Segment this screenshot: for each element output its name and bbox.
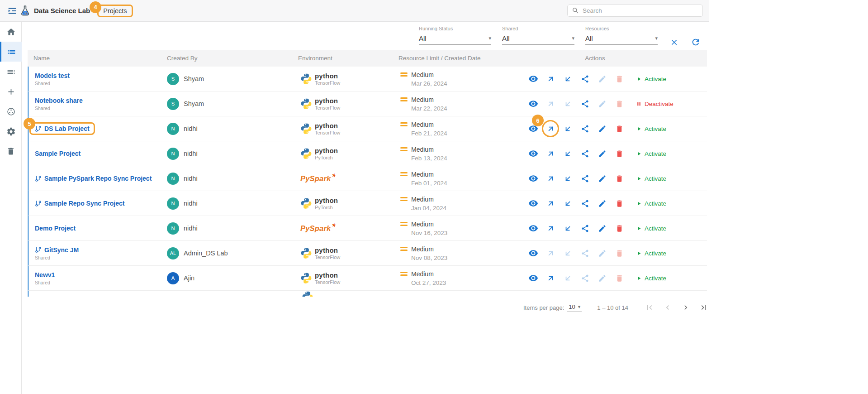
share-icon-button[interactable] [580,74,590,84]
open-icon-button[interactable]: 6 [545,173,555,183]
shared-select[interactable]: All ▾ [502,34,574,45]
next-page-icon[interactable] [680,302,692,313]
edit-icon-button[interactable] [597,99,607,109]
share-icon-button[interactable] [580,198,590,208]
name-line: Sample Repo Sync Project 5 [35,200,124,207]
import-icon-button[interactable] [563,173,573,183]
git-branch-icon [35,175,42,182]
status-button[interactable]: Deactivate [636,101,674,107]
view-icon-button[interactable] [528,198,538,208]
column-header-created-by: Created By [161,55,292,62]
project-name-link[interactable]: Notebook share [35,97,83,104]
open-icon-button[interactable]: 6 [545,74,555,84]
view-icon-button[interactable] [528,74,538,84]
sidebar-item-home[interactable] [0,22,22,42]
share-icon-button[interactable] [580,124,590,134]
sidebar-item-add[interactable] [0,82,22,101]
view-icon-button[interactable] [528,99,538,109]
edit-icon-button[interactable] [597,223,607,233]
open-icon-button[interactable]: 6 [545,248,555,258]
edit-icon-button[interactable] [597,124,607,134]
status-button[interactable]: Activate [636,250,666,257]
project-name-link[interactable]: Sample PySpark Repo Sync Project [44,175,152,182]
project-name-link[interactable]: Sample Repo Sync Project [44,200,124,207]
view-icon-button[interactable] [528,149,538,159]
share-icon-button[interactable] [580,173,590,183]
project-name-link[interactable]: Models test [35,72,70,79]
project-name-link[interactable]: DS Lab Project [44,125,90,132]
import-icon-button[interactable] [563,273,573,283]
share-icon-button[interactable] [580,149,590,159]
share-icon-button[interactable] [580,99,590,109]
last-page-icon[interactable] [698,302,710,313]
open-icon-button[interactable]: 6 [545,99,555,109]
sidebar-toggle-icon[interactable] [6,5,19,17]
resources-select[interactable]: All ▾ [585,34,658,45]
import-icon-button[interactable] [563,198,573,208]
avatar: N [167,148,179,160]
delete-icon-button[interactable] [614,248,624,258]
open-icon-button[interactable]: 6 [545,223,555,233]
status-button[interactable]: Activate [636,200,666,207]
refresh-icon[interactable] [690,37,701,48]
app-title: Data Science Lab [34,7,90,14]
prev-page-icon[interactable] [662,302,674,313]
edit-icon-button[interactable] [597,173,607,183]
delete-icon-button[interactable] [614,198,624,208]
share-icon-button[interactable] [580,248,590,258]
view-icon-button[interactable] [528,223,538,233]
edit-icon-button[interactable] [597,248,607,258]
items-per-page-select[interactable]: 10 ▾ [567,303,582,312]
share-icon-button[interactable] [580,273,590,283]
status-button[interactable]: Activate [636,175,666,182]
edit-icon-button[interactable] [597,273,607,283]
project-name-link[interactable]: Newv1 [35,271,55,279]
delete-icon-button[interactable] [614,223,624,233]
status-label: Deactivate [645,101,674,107]
import-icon-button[interactable] [563,223,573,233]
import-icon-button[interactable] [563,124,573,134]
clear-filters-icon[interactable] [669,37,679,48]
delete-icon-button[interactable] [614,124,624,134]
delete-icon-button[interactable] [614,74,624,84]
delete-icon-button[interactable] [614,149,624,159]
project-name-link[interactable]: Demo Project [35,225,76,232]
sidebar-item-settings[interactable] [0,121,22,141]
status-button[interactable]: Activate [636,125,666,132]
project-name-link[interactable]: GitSync JM [44,246,79,254]
edit-icon-button[interactable] [597,74,607,84]
search-input[interactable] [583,7,698,14]
import-icon-button[interactable] [563,248,573,258]
delete-icon-button[interactable] [614,273,624,283]
share-icon-button[interactable] [580,223,590,233]
delete-icon-button[interactable] [614,173,624,183]
import-icon-button[interactable] [563,74,573,84]
delete-icon-button[interactable] [614,99,624,109]
open-icon-button[interactable]: 6 [545,273,555,283]
open-icon-button[interactable]: 6 [545,124,555,134]
open-icon-button[interactable]: 6 [545,198,555,208]
open-icon-button[interactable]: 6 [545,149,555,159]
status-button[interactable]: Activate [636,150,666,157]
status-button[interactable]: Activate [636,225,666,232]
edit-icon-button[interactable] [597,149,607,159]
import-icon-button[interactable] [563,149,573,159]
breadcrumb[interactable]: Projects 4 [97,5,133,17]
first-page-icon[interactable] [644,302,655,313]
sidebar-item-pipelines[interactable] [0,62,22,82]
edit-icon-button[interactable] [597,198,607,208]
running-status-select[interactable]: All ▾ [419,34,491,45]
view-icon-button[interactable] [528,173,538,183]
view-icon-button[interactable] [528,273,538,283]
sidebar-item-models[interactable] [0,101,22,121]
status-button[interactable]: Activate [636,275,666,282]
resource-level-icon [400,197,408,201]
sidebar-item-projects[interactable] [0,42,22,62]
view-icon-button[interactable] [528,248,538,258]
environment-name: PySpark [300,224,331,233]
sidebar-item-trash[interactable] [0,141,22,161]
project-name-link[interactable]: Sample Project [35,150,81,157]
import-icon-button[interactable] [563,99,573,109]
name-cell: DS Lab Project 5 [29,116,161,141]
status-button[interactable]: Activate [636,76,666,82]
